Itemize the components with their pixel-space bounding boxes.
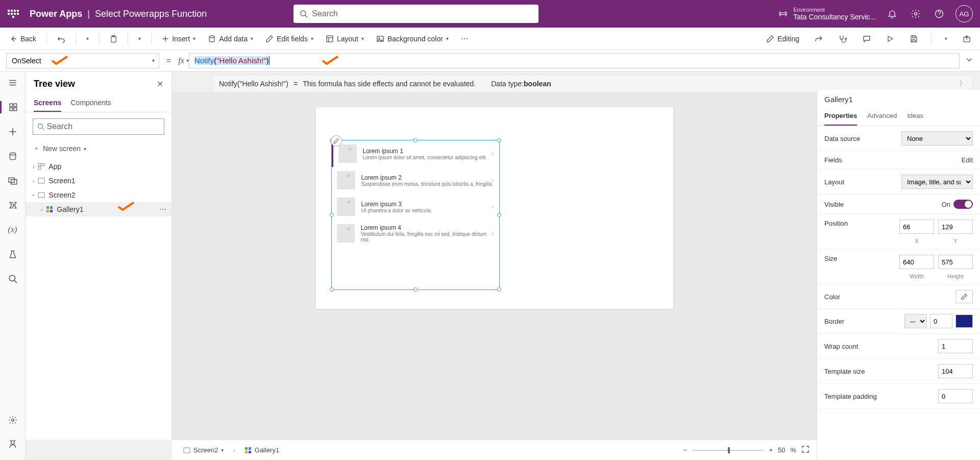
data-rail-icon[interactable] bbox=[7, 150, 19, 162]
prop-tpad-input[interactable] bbox=[938, 389, 973, 403]
prop-border-style[interactable]: — bbox=[904, 314, 927, 328]
hamburger-icon[interactable] bbox=[7, 77, 19, 89]
zoom-out[interactable]: − bbox=[683, 446, 688, 454]
layout-button[interactable]: Layout▾ bbox=[322, 32, 368, 46]
breadcrumb-gallery[interactable]: Gallery1 bbox=[240, 444, 283, 456]
gallery-thumbnail bbox=[337, 198, 355, 216]
prop-y-input[interactable] bbox=[938, 220, 973, 234]
prop-visible-toggle[interactable] bbox=[953, 200, 973, 209]
search-rail-icon[interactable] bbox=[7, 273, 19, 285]
prop-width-input[interactable] bbox=[899, 255, 934, 269]
prop-height-input[interactable] bbox=[938, 255, 973, 269]
prop-tsize-input[interactable] bbox=[938, 364, 973, 378]
tab-ideas[interactable]: Ideas bbox=[907, 109, 923, 126]
paste-dropdown[interactable]: ▾ bbox=[134, 33, 145, 44]
svg-rect-37 bbox=[245, 447, 248, 450]
tools-rail-icon[interactable] bbox=[7, 248, 19, 260]
new-screen-button[interactable]: ＋New screen▾ bbox=[26, 141, 172, 156]
save-button[interactable] bbox=[905, 32, 922, 46]
gallery-row[interactable]: Lorem ipsum 3Ut pharetra a dolor ac vehi… bbox=[332, 193, 499, 220]
edit-fields-button[interactable]: Edit fields▾ bbox=[261, 32, 317, 46]
property-selector[interactable]: OnSelect ▾ bbox=[6, 53, 159, 68]
insert-rail-icon[interactable] bbox=[7, 126, 19, 138]
tab-screens[interactable]: Screens bbox=[34, 95, 61, 112]
bottom-bar: Screen2▾ › Gallery1 − + 50 % bbox=[172, 440, 817, 460]
insert-button[interactable]: Insert▾ bbox=[158, 32, 200, 46]
editing-mode[interactable]: Editing bbox=[762, 32, 803, 46]
help-icon[interactable] bbox=[932, 7, 946, 21]
settings-rail-icon[interactable] bbox=[7, 414, 19, 426]
bg-color-button[interactable]: Background color▾ bbox=[372, 32, 453, 46]
save-dropdown[interactable]: ▾ bbox=[941, 33, 951, 44]
gallery-row[interactable]: Lorem ipsum 4Vestibulum dui felis, fring… bbox=[332, 220, 499, 247]
prop-wrap-label: Wrap count bbox=[824, 343, 938, 350]
prop-border-color[interactable] bbox=[955, 314, 973, 328]
flows-rail-icon[interactable] bbox=[7, 199, 19, 211]
comments-button[interactable] bbox=[859, 32, 875, 46]
formula-input[interactable]: Notify("Hello Ashish!") bbox=[189, 53, 960, 68]
tree-item-screen1[interactable]: › Screen1 bbox=[26, 174, 172, 188]
edit-gallery-icon[interactable] bbox=[331, 135, 342, 147]
play-button[interactable] bbox=[882, 32, 898, 46]
gallery-selection[interactable]: Lorem ipsum 1Lorem ipsum dolor sit amet,… bbox=[331, 140, 500, 290]
plus-icon bbox=[162, 35, 169, 42]
prop-tsize-label: Template size bbox=[824, 368, 938, 375]
tab-advanced[interactable]: Advanced bbox=[867, 109, 897, 126]
breadcrumb-screen[interactable]: Screen2▾ bbox=[179, 444, 228, 456]
svg-rect-7 bbox=[327, 36, 333, 42]
prop-fields-edit[interactable]: Edit bbox=[962, 156, 973, 164]
settings-icon[interactable] bbox=[909, 7, 923, 21]
svg-point-6 bbox=[209, 36, 214, 38]
share-button[interactable] bbox=[811, 32, 827, 46]
tree-view-icon[interactable] bbox=[0, 101, 25, 113]
tree-item-gallery1[interactable]: › Gallery1 ⋯ bbox=[26, 202, 172, 216]
fx-icon[interactable]: fx bbox=[178, 56, 184, 65]
tab-components[interactable]: Components bbox=[70, 95, 111, 112]
svg-rect-29 bbox=[38, 167, 41, 170]
prop-size-label: Size bbox=[824, 255, 899, 262]
tree-item-more-icon[interactable]: ⋯ bbox=[159, 205, 166, 213]
prop-layout-select[interactable]: Image, title, and subtitle bbox=[901, 175, 973, 189]
more-button[interactable]: ⋯ bbox=[457, 32, 472, 46]
add-data-button[interactable]: Add data▾ bbox=[204, 32, 257, 46]
result-next-icon[interactable]: 〉 bbox=[959, 79, 966, 88]
publish-button[interactable] bbox=[959, 32, 975, 46]
zoom-in[interactable]: + bbox=[769, 446, 773, 454]
gallery-subtitle: Suspendisse enim metus, tincidunt quis l… bbox=[361, 181, 492, 187]
media-rail-icon[interactable] bbox=[7, 175, 19, 187]
width-label: Width bbox=[899, 273, 934, 279]
formula-expand[interactable] bbox=[965, 55, 974, 66]
notifications-icon[interactable] bbox=[885, 7, 899, 21]
svg-rect-38 bbox=[249, 447, 251, 450]
undo-dropdown[interactable]: ▾ bbox=[82, 33, 93, 44]
gallery-row[interactable]: Lorem ipsum 2Suspendisse enim metus, tin… bbox=[332, 167, 499, 193]
tree-item-app[interactable]: › App bbox=[26, 159, 172, 174]
undo-button[interactable] bbox=[53, 32, 69, 46]
prop-wrap-input[interactable] bbox=[938, 339, 973, 353]
gallery-row[interactable]: Lorem ipsum 1Lorem ipsum dolor sit amet,… bbox=[332, 140, 499, 167]
play-icon bbox=[886, 35, 894, 43]
fit-screen-icon[interactable] bbox=[801, 445, 810, 455]
edit-mode-icon bbox=[766, 35, 774, 43]
global-search[interactable]: Search bbox=[293, 5, 538, 23]
zoom-slider[interactable] bbox=[692, 450, 764, 451]
prop-border-width[interactable] bbox=[930, 314, 952, 328]
new-screen-label: New screen bbox=[43, 144, 81, 153]
app-launcher-icon[interactable] bbox=[7, 8, 19, 20]
checker-button[interactable] bbox=[834, 32, 851, 46]
screen-canvas[interactable]: Lorem ipsum 1Lorem ipsum dolor sit amet,… bbox=[316, 107, 673, 309]
tree-search[interactable]: Search bbox=[33, 118, 164, 135]
environment-picker[interactable]: Environment Tata Consultancy Servic... bbox=[778, 7, 876, 21]
tree-item-screen2[interactable]: › Screen2 bbox=[26, 188, 172, 202]
variables-rail-icon[interactable]: (x) bbox=[7, 224, 19, 236]
canvas-area[interactable]: Lorem ipsum 1Lorem ipsum dolor sit amet,… bbox=[172, 92, 817, 440]
tree-close-icon[interactable]: ✕ bbox=[157, 79, 163, 89]
paste-button[interactable] bbox=[106, 32, 121, 46]
tab-properties[interactable]: Properties bbox=[824, 109, 857, 126]
virtual-agent-icon[interactable] bbox=[7, 438, 19, 450]
prop-x-input[interactable] bbox=[899, 220, 934, 234]
prop-color-picker[interactable] bbox=[955, 290, 973, 303]
prop-datasource-select[interactable]: None bbox=[901, 131, 973, 146]
back-button[interactable]: Back bbox=[5, 32, 40, 46]
user-avatar[interactable]: AG bbox=[955, 5, 973, 22]
